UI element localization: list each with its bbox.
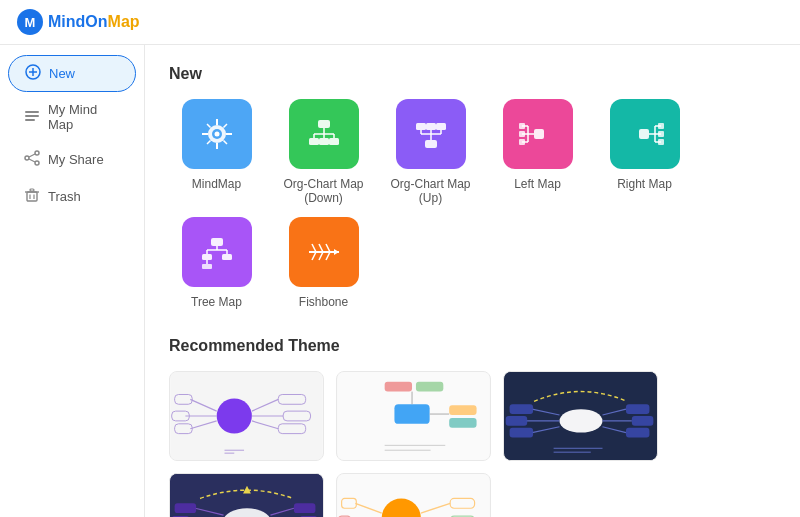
svg-rect-15: [30, 189, 34, 191]
templates-grid: MindMap: [169, 99, 776, 309]
theme-item-5[interactable]: [336, 473, 491, 517]
fishbone-label: Fishbone: [299, 295, 348, 309]
sidebar-item-new-label: New: [49, 66, 75, 81]
svg-rect-107: [506, 416, 528, 426]
theme-item-1[interactable]: [169, 371, 324, 461]
logo-text: MindOnMap: [48, 13, 140, 31]
svg-rect-5: [25, 111, 39, 113]
svg-rect-94: [385, 382, 412, 392]
svg-rect-39: [534, 129, 544, 139]
sidebar-item-trash-label: Trash: [48, 189, 81, 204]
svg-rect-48: [639, 129, 649, 139]
svg-line-70: [312, 252, 316, 260]
svg-rect-13: [27, 192, 37, 201]
svg-rect-129: [294, 503, 316, 513]
sidebar-item-mymindmap-label: My Mind Map: [48, 102, 120, 132]
svg-line-73: [326, 244, 330, 252]
myshare-icon: [24, 150, 40, 169]
treemap-icon: [182, 217, 252, 287]
svg-rect-98: [449, 418, 476, 428]
sidebar-item-trash[interactable]: Trash: [8, 179, 136, 214]
new-section-title: New: [169, 65, 776, 83]
svg-point-20: [214, 132, 219, 137]
sidebar-item-new[interactable]: New: [8, 55, 136, 92]
template-orgdown[interactable]: Org-Chart Map (Down): [276, 99, 371, 205]
svg-point-9: [25, 156, 29, 160]
svg-line-74: [326, 252, 330, 260]
svg-point-8: [35, 151, 39, 155]
trash-icon: [24, 187, 40, 206]
template-orgup[interactable]: Org-Chart Map (Up): [383, 99, 478, 205]
leftmap-icon: [503, 99, 573, 169]
svg-rect-38: [436, 123, 446, 130]
svg-rect-28: [319, 138, 329, 145]
svg-rect-113: [632, 416, 654, 426]
svg-rect-45: [519, 123, 525, 129]
svg-point-10: [35, 161, 39, 165]
svg-text:M: M: [25, 15, 36, 30]
svg-rect-95: [416, 382, 443, 392]
sidebar: New My Mind Map My Share Trash: [0, 45, 145, 517]
template-leftmap[interactable]: Left Map: [490, 99, 585, 205]
svg-rect-63: [202, 254, 212, 260]
svg-rect-114: [626, 428, 649, 438]
logo: M MindOnMap: [16, 8, 140, 36]
theme-item-3[interactable]: [503, 371, 658, 461]
main-layout: New My Mind Map My Share Trash New: [0, 45, 800, 517]
svg-rect-27: [309, 138, 319, 145]
template-treemap[interactable]: Tree Map: [169, 217, 264, 309]
sidebar-item-mymindmap[interactable]: My Mind Map: [8, 94, 136, 140]
rightmap-icon: [610, 99, 680, 169]
header: M MindOnMap: [0, 0, 800, 45]
mymindmap-icon: [24, 108, 40, 127]
svg-rect-29: [329, 138, 339, 145]
svg-rect-97: [449, 405, 476, 415]
leftmap-label: Left Map: [514, 177, 561, 191]
svg-rect-106: [510, 404, 533, 414]
svg-rect-92: [394, 404, 429, 424]
fishbone-icon: [289, 217, 359, 287]
svg-rect-57: [211, 238, 223, 246]
template-fishbone[interactable]: Fishbone: [276, 217, 371, 309]
svg-line-12: [29, 159, 35, 162]
treemap-label: Tree Map: [191, 295, 242, 309]
theme-item-2[interactable]: [336, 371, 491, 461]
template-mindmap[interactable]: MindMap: [169, 99, 264, 205]
orgdown-icon: [289, 99, 359, 169]
svg-point-102: [559, 409, 602, 432]
theme-section-title: Recommended Theme: [169, 337, 776, 355]
new-icon: [25, 64, 41, 83]
svg-rect-66: [202, 264, 212, 269]
svg-rect-112: [626, 404, 649, 414]
logo-icon: M: [16, 8, 44, 36]
svg-rect-54: [658, 123, 664, 129]
svg-rect-6: [25, 115, 39, 117]
svg-rect-108: [510, 428, 533, 438]
rightmap-label: Right Map: [617, 177, 672, 191]
mindmap-icon: [182, 99, 252, 169]
orgup-label: Org-Chart Map (Up): [383, 177, 478, 205]
svg-rect-7: [25, 119, 35, 121]
mindmap-label: MindMap: [192, 177, 241, 191]
new-section: New MindMap: [169, 65, 776, 309]
sidebar-item-myshare[interactable]: My Share: [8, 142, 136, 177]
svg-line-11: [29, 154, 35, 157]
orgdown-label: Org-Chart Map (Down): [276, 177, 371, 205]
svg-rect-36: [416, 123, 426, 130]
svg-line-69: [312, 244, 316, 252]
svg-marker-68: [334, 249, 339, 255]
svg-point-76: [217, 398, 252, 433]
svg-rect-64: [222, 254, 232, 260]
svg-rect-46: [519, 131, 525, 137]
svg-rect-123: [175, 503, 197, 513]
template-rightmap[interactable]: Right Map: [597, 99, 692, 205]
sidebar-item-myshare-label: My Share: [48, 152, 104, 167]
svg-rect-30: [425, 140, 437, 148]
svg-rect-21: [318, 120, 330, 128]
orgup-icon: [396, 99, 466, 169]
svg-line-71: [319, 244, 323, 252]
svg-line-72: [319, 252, 323, 260]
svg-rect-55: [658, 131, 664, 137]
content-area: New MindMap: [145, 45, 800, 517]
theme-item-4[interactable]: [169, 473, 324, 517]
